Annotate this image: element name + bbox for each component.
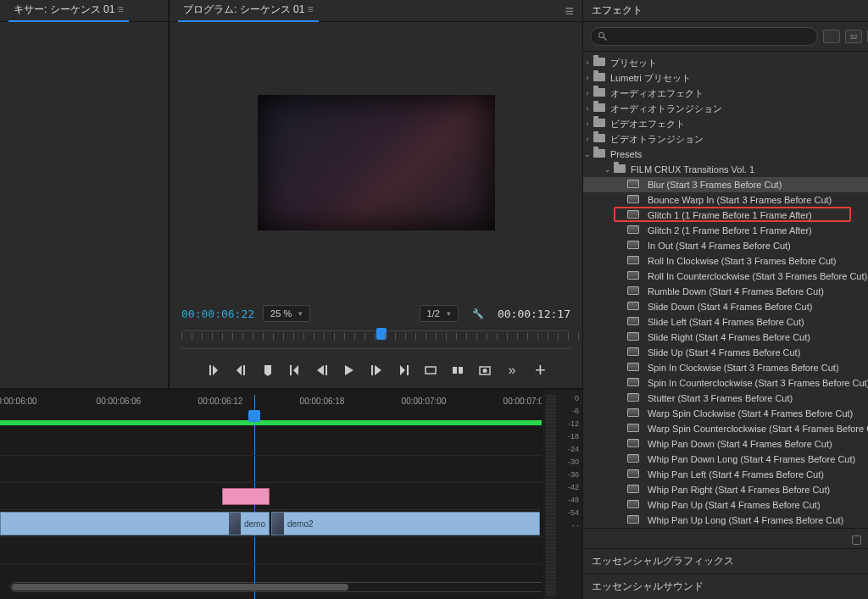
svg-point-4 <box>483 369 487 373</box>
preset-item[interactable]: Slide Down (Start 4 Frames Before Cut) <box>583 299 868 314</box>
meter-label: -42 <box>568 484 579 491</box>
preset-item[interactable]: Warp Spin Clockwise (Start 4 Frames Befo… <box>583 406 868 421</box>
preset-item[interactable]: Slide Left (Start 4 Frames Before Cut) <box>583 314 868 330</box>
accel-badge[interactable] <box>823 30 840 43</box>
audio-meter: 0-6-12-18-24-30-36-42-48-54- - <box>542 390 582 599</box>
panel-menu-icon[interactable]: ≡ <box>565 7 574 15</box>
mark-out-icon[interactable] <box>233 363 248 378</box>
current-timecode[interactable]: 00:00:06:22 <box>181 308 254 320</box>
svg-rect-1 <box>453 367 457 374</box>
preset-item[interactable]: Whip Pan Left (Start 4 Frames Before Cut… <box>583 467 868 482</box>
preset-item[interactable]: Whip Pan Up (Start 4 Frames Before Cut) <box>583 497 868 513</box>
ruler-label: 00:00:06:18 <box>300 397 345 406</box>
effects-panel-title: エフェクト <box>592 3 643 18</box>
preset-item[interactable]: Roll In Counterclockwise (Start 3 Frames… <box>583 269 868 284</box>
clip-demo[interactable]: demo <box>0 512 270 535</box>
preset-item[interactable]: Roll In Clockwise (Start 3 Frames Before… <box>583 253 868 269</box>
marker-icon[interactable] <box>260 363 275 378</box>
preset-item[interactable]: In Out (Start 4 Frames Before Cut) <box>583 238 868 253</box>
preset-item[interactable]: Stutter (Start 3 Frames Before Cut) <box>583 391 868 406</box>
zoom-select[interactable]: 25 %▾ <box>263 305 310 322</box>
timeline-panel: 0:00:06:0000:00:06:0600:00:06:1200:00:06… <box>0 390 582 599</box>
go-to-out-icon[interactable] <box>396 363 411 378</box>
clip-thumb <box>229 513 241 535</box>
clip-demo2[interactable]: demo2 <box>271 512 540 535</box>
timeline-scrollbar[interactable] <box>10 582 572 592</box>
ruler-label: 0:00:06:00 <box>0 397 37 406</box>
program-video[interactable] <box>258 95 495 230</box>
export-frame-icon[interactable] <box>477 363 492 378</box>
meter-label: 0 <box>575 395 579 402</box>
effects-tree[interactable]: ›プリセット›Lumetri プリセット›オーディオエフェクト›オーディオトラン… <box>583 52 868 528</box>
meter-label: -48 <box>568 496 579 504</box>
effect-marker[interactable] <box>222 488 270 505</box>
timeline-tracks[interactable]: demo demo2 <box>0 429 582 598</box>
mixer-tab-label: キサー: シーケンス 01 <box>14 3 114 15</box>
ruler-label: 00:00:07:00 <box>402 397 447 406</box>
folder-Lumetri プリセット[interactable]: ›Lumetri プリセット <box>583 70 868 86</box>
more-icon[interactable]: » <box>504 363 520 378</box>
step-fwd-icon[interactable] <box>369 363 384 378</box>
meter-label: -30 <box>568 458 579 466</box>
timeline-ruler[interactable]: 0:00:06:0000:00:06:0600:00:06:1200:00:06… <box>0 395 582 429</box>
folder-オーディオエフェクト[interactable]: ›オーディオエフェクト <box>583 86 868 101</box>
transport-bar: » + <box>170 352 582 388</box>
ruler-label: 00:00:06:12 <box>198 397 243 406</box>
essential-sound-panel[interactable]: エッセンシャルサウンド <box>583 574 868 599</box>
folder-ビデオエフェクト[interactable]: ›ビデオエフェクト <box>583 116 868 131</box>
video-track-1[interactable]: demo demo2 <box>0 510 582 537</box>
preset-item[interactable]: Glitch 1 (1 Frame Before 1 Frame After) <box>583 208 868 223</box>
meter-label: -6 <box>572 408 579 415</box>
lift-icon[interactable] <box>423 363 438 378</box>
program-tab-label: プログラム: シーケンス 01 <box>183 3 304 15</box>
preset-item[interactable]: Rumble Down (Start 4 Frames Before Cut) <box>583 284 868 299</box>
folder-presets[interactable]: ⌄Presets <box>583 147 868 162</box>
preset-item[interactable]: Whip Pan Down (Start 4 Frames Before Cut… <box>583 436 868 452</box>
go-to-in-icon[interactable] <box>287 363 303 378</box>
step-back-icon[interactable] <box>314 363 330 378</box>
preset-item[interactable]: Whip Pan Up Long (Start 4 Frames Before … <box>583 513 868 528</box>
clip-thumb <box>272 513 284 535</box>
clip-label: demo2 <box>287 519 314 529</box>
svg-line-6 <box>604 37 607 41</box>
preset-item[interactable]: Bounce Warp In (Start 3 Frames Before Cu… <box>583 192 868 208</box>
32bit-badge[interactable]: 32 <box>845 30 862 43</box>
program-ruler[interactable] <box>181 330 570 349</box>
folder-オーディオトランジション[interactable]: ›オーディオトランジション <box>583 101 868 116</box>
search-icon <box>598 31 608 42</box>
preset-item[interactable]: Glitch 2 (1 Frame Before 1 Frame After) <box>583 223 868 238</box>
wrench-icon[interactable]: 🔧 <box>472 308 484 319</box>
resolution-select[interactable]: 1/2▾ <box>420 305 459 322</box>
preset-item[interactable]: Spin In Clockwise (Start 3 Frames Before… <box>583 360 868 375</box>
svg-rect-2 <box>459 367 463 374</box>
preset-item[interactable]: Warp Spin Counterclockwise (Start 4 Fram… <box>583 421 868 436</box>
meter-label: - - <box>572 522 580 530</box>
svg-point-5 <box>599 33 604 38</box>
program-monitor-panel: プログラム: シーケンス 01 ≡ ≡ 00:00:06:22 25 %▾ 1/… <box>170 0 582 388</box>
extract-icon[interactable] <box>450 363 465 378</box>
new-bin-icon[interactable]: ▢ <box>851 532 862 546</box>
effects-search-input[interactable] <box>590 27 818 46</box>
preset-item[interactable]: Slide Right (Start 4 Frames Before Cut) <box>583 330 868 345</box>
preset-item[interactable]: Whip Pan Right (Start 4 Frames Before Cu… <box>583 482 868 497</box>
add-button-icon[interactable]: + <box>535 359 546 381</box>
meter-label: -12 <box>568 420 579 428</box>
preset-item[interactable]: Whip Pan Down Long (Start 4 Frames Befor… <box>583 452 868 467</box>
preset-item[interactable]: Slide Up (Start 4 Frames Before Cut) <box>583 345 868 360</box>
preset-item[interactable]: Spin In Counterclockwise (Start 3 Frames… <box>583 375 868 391</box>
preset-item[interactable]: Blur (Start 3 Frames Before Cut) <box>583 177 868 192</box>
play-icon[interactable] <box>342 363 357 378</box>
essential-graphics-panel[interactable]: エッセンシャルグラフィックス <box>583 548 868 574</box>
mixer-tab[interactable]: キサー: シーケンス 01 ≡ <box>8 0 129 22</box>
folder-プリセット[interactable]: ›プリセット <box>583 55 868 70</box>
effects-panel: エフェクト ≡ 32 YUV ›プリセット›Lumetri プリセット›オーディ… <box>583 0 868 599</box>
folder-ビデオトランジション[interactable]: ›ビデオトランジション <box>583 131 868 147</box>
mark-in-icon[interactable] <box>206 363 221 378</box>
svg-rect-0 <box>426 367 436 374</box>
ruler-label: 00:00:06:06 <box>97 397 142 406</box>
video-track-2[interactable] <box>0 483 582 510</box>
audio-mixer-panel: キサー: シーケンス 01 ≡ <box>0 0 170 388</box>
program-tab[interactable]: プログラム: シーケンス 01 ≡ <box>178 0 319 22</box>
folder-filmcrux[interactable]: ⌄FILM CRUX Transitions Vol. 1 <box>583 162 868 177</box>
work-area-bar[interactable] <box>0 420 572 425</box>
